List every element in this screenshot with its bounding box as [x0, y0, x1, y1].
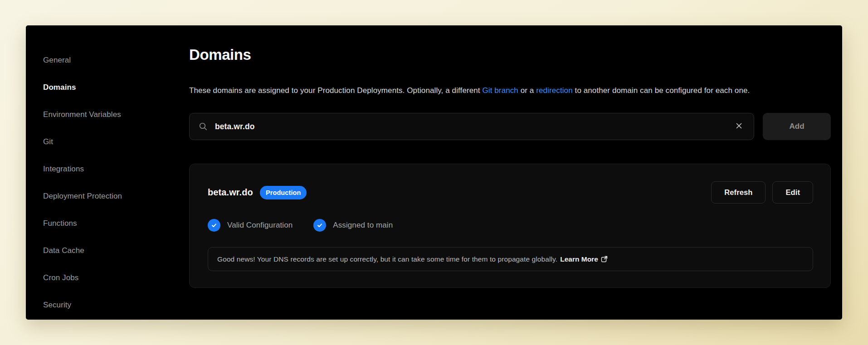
learn-more-link[interactable]: Learn More — [560, 255, 608, 263]
close-icon — [735, 122, 743, 130]
check-icon — [208, 219, 220, 232]
sidebar-item-git[interactable]: Git — [43, 128, 189, 155]
sidebar-item-general[interactable]: General — [43, 47, 189, 74]
sidebar-item-data-cache[interactable]: Data Cache — [43, 237, 189, 264]
dns-notice: Good news! Your DNS records are set up c… — [208, 247, 813, 271]
dns-notice-text: Good news! Your DNS records are set up c… — [217, 255, 557, 263]
sidebar-item-cron-jobs[interactable]: Cron Jobs — [43, 264, 189, 292]
search-icon — [199, 122, 208, 131]
sidebar-item-integrations[interactable]: Integrations — [43, 155, 189, 183]
production-badge: Production — [260, 186, 307, 199]
add-domain-row: Add — [189, 113, 831, 140]
sidebar-item-deployment-protection[interactable]: Deployment Protection — [43, 183, 189, 210]
edit-button[interactable]: Edit — [772, 181, 813, 204]
domains-content: Domains These domains are assigned to yo… — [189, 25, 842, 320]
domains-description: These domains are assigned to your Produ… — [189, 83, 831, 98]
external-link-icon — [601, 256, 608, 262]
status-label: Assigned to main — [333, 221, 393, 230]
page-title: Domains — [189, 45, 831, 64]
clear-search-button[interactable] — [733, 120, 745, 133]
redirection-link[interactable]: redirection — [536, 86, 572, 95]
assigned-to-main-status: Assigned to main — [313, 219, 393, 232]
domain-search-box[interactable] — [189, 113, 754, 140]
add-domain-button[interactable]: Add — [763, 113, 831, 140]
description-text: or a — [518, 86, 536, 95]
sidebar-item-environment-variables[interactable]: Environment Variables — [43, 101, 189, 128]
sidebar-item-functions[interactable]: Functions — [43, 210, 189, 237]
settings-panel: General Domains Environment Variables Gi… — [26, 25, 842, 320]
domain-card-header: beta.wr.do Production Refresh Edit — [208, 181, 813, 204]
settings-sidebar: General Domains Environment Variables Gi… — [26, 25, 189, 320]
description-text: to another domain can be configured for … — [573, 86, 750, 95]
domain-name: beta.wr.do — [208, 187, 253, 198]
domain-card: beta.wr.do Production Refresh Edit Valid… — [189, 164, 831, 288]
sidebar-item-domains[interactable]: Domains — [43, 74, 189, 101]
domain-status-row: Valid Configuration Assigned to main — [208, 219, 813, 232]
git-branch-link[interactable]: Git branch — [482, 86, 518, 95]
sidebar-item-security[interactable]: Security — [43, 292, 189, 319]
domain-search-input[interactable] — [214, 121, 727, 132]
valid-configuration-status: Valid Configuration — [208, 219, 293, 232]
status-label: Valid Configuration — [227, 221, 293, 230]
learn-more-label: Learn More — [560, 255, 598, 263]
description-text: These domains are assigned to your Produ… — [189, 86, 482, 95]
refresh-button[interactable]: Refresh — [711, 181, 766, 204]
check-icon — [313, 219, 326, 232]
